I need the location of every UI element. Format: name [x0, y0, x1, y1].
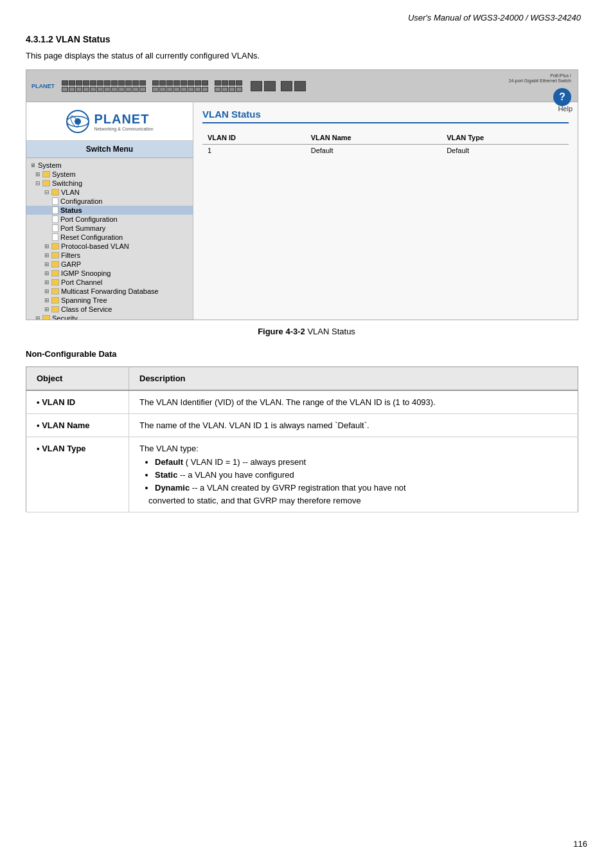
port	[202, 87, 208, 92]
folder-icon	[42, 180, 50, 186]
object-cell: • VLAN ID	[26, 390, 129, 414]
col-object: Object	[26, 367, 129, 391]
description-cell: The name of the VLAN. VLAN ID 1 is alway…	[129, 414, 578, 437]
port	[125, 80, 132, 86]
port	[90, 87, 96, 92]
col-description: Description	[129, 367, 578, 391]
expand-icon: ⊞	[44, 279, 49, 285]
tree-item-security[interactable]: ⊞ Security	[26, 314, 193, 320]
port	[62, 87, 68, 92]
port	[132, 87, 139, 92]
planet-logo-icon	[66, 109, 90, 134]
sfp-port	[294, 81, 306, 91]
port	[236, 80, 242, 86]
description-cell-vlan-type: The VLAN type: Default ( VLAN ID = 1) --…	[129, 437, 578, 512]
folder-icon	[51, 288, 59, 294]
port	[69, 87, 75, 92]
tree-item-configuration[interactable]: Configuration	[26, 197, 193, 206]
expand-icon: ⊞	[44, 270, 49, 276]
folder-icon	[51, 252, 59, 258]
tree-item-status[interactable]: Status	[26, 206, 193, 215]
brand-name: PLANET	[94, 112, 153, 127]
port	[173, 80, 180, 86]
port	[181, 80, 187, 86]
tree-item-vlan[interactable]: ⊟ VLAN	[26, 188, 193, 197]
tree-item-protocol-vlan[interactable]: ⊞ Protocol-based VLAN	[26, 242, 193, 251]
tree-item-igmp-snooping[interactable]: ⊞ IGMP Snooping	[26, 269, 193, 278]
brand-subtitle: Networking & Communication	[94, 127, 153, 131]
nc-section-title: Non-Configurable Data	[26, 349, 587, 359]
planet-logo: PLANET Networking & Communication	[66, 109, 153, 134]
tree-item-class-of-service[interactable]: ⊞ Class of Service	[26, 305, 193, 314]
port	[111, 80, 118, 86]
vlan-name-cell: Default	[306, 145, 441, 157]
port	[181, 87, 187, 92]
port	[173, 87, 180, 92]
tree-item-spanning-tree[interactable]: ⊞ Spanning Tree	[26, 296, 193, 305]
port	[118, 80, 125, 86]
page-icon	[52, 233, 58, 241]
switch-menu-header: Switch Menu	[26, 141, 193, 158]
main-panel: VLAN Status VLAN ID VLAN Name VLAN Type …	[193, 102, 578, 320]
folder-icon	[51, 189, 59, 195]
tree-item-port-configuration[interactable]: Port Configuration	[26, 215, 193, 224]
port	[159, 87, 166, 92]
data-table: Object Description • VLAN ID The VLAN Id…	[26, 366, 578, 512]
section-description: This page displays the status of all cur…	[26, 51, 587, 60]
port	[90, 80, 96, 86]
table-row: • VLAN Name The name of the VLAN. VLAN I…	[26, 414, 578, 437]
port	[139, 80, 146, 86]
model-text: PoE/Plus /	[550, 73, 571, 78]
expand-icon: ⊞	[44, 288, 49, 294]
object-cell: • VLAN Name	[26, 414, 129, 437]
vlan-status-title: VLAN Status	[202, 109, 569, 123]
port	[215, 80, 221, 86]
tree-icon: 🖥	[30, 162, 36, 168]
port	[69, 80, 75, 86]
tree-item-filters[interactable]: ⊞ Filters	[26, 251, 193, 260]
port	[125, 87, 132, 92]
col-vlan-type: VLAN Type	[441, 131, 569, 145]
folder-icon	[51, 270, 59, 276]
device-screenshot: PLANET	[26, 69, 578, 320]
folder-icon	[42, 171, 50, 177]
port	[222, 80, 228, 86]
left-panel: PLANET Networking & Communication Switch…	[26, 102, 193, 320]
port	[97, 87, 103, 92]
page-icon	[52, 206, 58, 214]
tree-item-multicast[interactable]: ⊞ Multicast Forwarding Database	[26, 287, 193, 296]
port	[159, 80, 166, 86]
tree-menu: 🖥 System ⊞ System ⊟ Switching ⊟ VLAN	[26, 158, 193, 320]
tree-item-port-summary[interactable]: Port Summary	[26, 224, 193, 233]
tree-item-port-channel[interactable]: ⊞ Port Channel	[26, 278, 193, 287]
hardware-bar: PLANET	[26, 70, 578, 102]
table-header-row: Object Description	[26, 367, 578, 391]
vlan-table: VLAN ID VLAN Name VLAN Type 1 Default De…	[202, 131, 569, 156]
description-cell: The VLAN Identifier (VID) of the VLAN. T…	[129, 390, 578, 414]
port	[139, 87, 146, 92]
tree-item-reset-configuration[interactable]: Reset Configuration	[26, 233, 193, 242]
port	[188, 87, 194, 92]
sublist-item: Default ( VLAN ID = 1) -- always present	[155, 457, 567, 467]
port	[83, 87, 89, 92]
port	[195, 80, 201, 86]
folder-icon	[51, 261, 59, 267]
figure-caption: Figure 4-3-2 VLAN Status	[26, 327, 587, 336]
extra-text: converted to static, and that GVRP may t…	[148, 496, 567, 505]
tree-item-garp[interactable]: ⊞ GARP	[26, 260, 193, 269]
page-number: 116	[573, 839, 587, 849]
sublist-item: Static -- a VLAN you have configured	[155, 470, 567, 480]
expand-icon: ⊞	[44, 243, 49, 249]
logo-area: PLANET Networking & Communication	[26, 102, 193, 141]
table-row: • VLAN Type The VLAN type: Default ( VLA…	[26, 437, 578, 512]
tree-item-switching[interactable]: ⊟ Switching	[26, 179, 193, 188]
port	[166, 87, 173, 92]
expand-icon: ⊟	[44, 189, 49, 195]
sfp-port	[264, 81, 276, 91]
vlan-type-cell: Default	[441, 145, 569, 157]
tree-item-system[interactable]: ⊞ System	[26, 170, 193, 179]
tree-item-system-top[interactable]: 🖥 System	[26, 161, 193, 170]
sfp-port	[251, 81, 262, 91]
port	[202, 80, 208, 86]
folder-icon	[51, 243, 59, 249]
